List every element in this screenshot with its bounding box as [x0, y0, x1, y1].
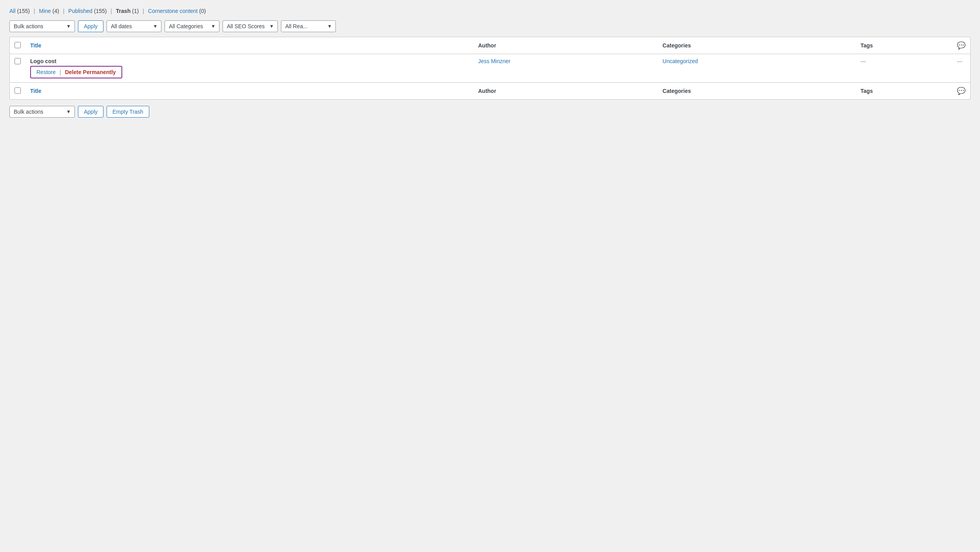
posts-table: Title Author Categories Tags 💬 Logo cost	[10, 37, 970, 99]
posts-table-wrapper: Title Author Categories Tags 💬 Logo cost	[9, 37, 971, 100]
all-categories-wrapper: All Categories ▼	[165, 20, 219, 32]
row-checkbox-cell	[10, 54, 25, 83]
all-readability-select[interactable]: All Rea...	[281, 20, 336, 32]
all-categories-select[interactable]: All Categories	[165, 20, 219, 32]
delete-permanently-action[interactable]: Delete Permanently	[65, 69, 116, 75]
empty-trash-button[interactable]: Empty Trash	[107, 106, 149, 118]
filter-links: All (155) | Mine (4) | Published (155) |…	[9, 8, 971, 14]
table-header-row: Title Author Categories Tags 💬	[10, 37, 970, 54]
footer-tags: Tags	[856, 83, 952, 100]
header-title[interactable]: Title	[25, 37, 473, 54]
select-all-checkbox[interactable]	[14, 42, 21, 48]
row-actions: Restore | Delete Permanently	[30, 66, 469, 78]
action-separator: |	[60, 69, 61, 75]
row-checkbox[interactable]	[14, 58, 21, 64]
restore-action[interactable]: Restore	[36, 69, 56, 75]
page-container: All (155) | Mine (4) | Published (155) |…	[0, 0, 980, 125]
filter-cornerstone[interactable]: Cornerstone content	[148, 8, 198, 14]
bulk-actions-bottom-wrapper: Bulk actions Restore Delete Permanently …	[9, 106, 75, 118]
all-dates-wrapper: All dates ▼	[107, 20, 161, 32]
top-toolbar: Bulk actions Restore Delete Permanently …	[9, 20, 971, 32]
apply-bottom-button[interactable]: Apply	[78, 106, 103, 118]
row-category-cell: Uncategorized	[658, 54, 856, 83]
filter-all[interactable]: All	[9, 8, 16, 14]
header-checkbox-cell	[10, 37, 25, 54]
row-author-cell: Jess Minzner	[473, 54, 658, 83]
row-comments-cell: —	[952, 54, 970, 83]
header-tags: Tags	[856, 37, 952, 54]
footer-select-all-checkbox[interactable]	[14, 87, 21, 94]
bulk-actions-top-wrapper: Bulk actions Restore Delete Permanently …	[9, 20, 75, 32]
all-readability-wrapper: All Rea... ▼	[281, 20, 336, 32]
comments-header-icon: 💬	[957, 41, 966, 50]
footer-title[interactable]: Title	[25, 83, 473, 100]
comments-footer-icon: 💬	[957, 87, 966, 95]
filter-published[interactable]: Published	[68, 8, 92, 14]
apply-top-button[interactable]: Apply	[78, 20, 103, 32]
filter-mine[interactable]: Mine	[39, 8, 51, 14]
header-comments: 💬	[952, 37, 970, 54]
row-actions-popup: Restore | Delete Permanently	[30, 66, 122, 78]
all-seo-select[interactable]: All SEO Scores	[223, 20, 278, 32]
row-tags-cell: —	[856, 54, 952, 83]
bottom-toolbar: Bulk actions Restore Delete Permanently …	[9, 106, 971, 118]
footer-comments: 💬	[952, 83, 970, 100]
author-link[interactable]: Jess Minzner	[478, 58, 510, 64]
table-row: Logo cost Restore | Delete Permanently J…	[10, 54, 970, 83]
bulk-actions-top-select[interactable]: Bulk actions Restore Delete Permanently	[9, 20, 75, 32]
table-footer-row: Title Author Categories Tags 💬	[10, 83, 970, 100]
filter-trash: Trash	[116, 8, 130, 14]
header-categories: Categories	[658, 37, 856, 54]
footer-checkbox-cell	[10, 83, 25, 100]
header-author: Author	[473, 37, 658, 54]
post-title: Logo cost	[30, 58, 56, 64]
bulk-actions-bottom-select[interactable]: Bulk actions Restore Delete Permanently	[9, 106, 75, 118]
all-seo-wrapper: All SEO Scores ▼	[223, 20, 278, 32]
category-link[interactable]: Uncategorized	[663, 58, 698, 64]
footer-categories: Categories	[658, 83, 856, 100]
row-title-cell: Logo cost Restore | Delete Permanently	[25, 54, 473, 83]
all-dates-select[interactable]: All dates	[107, 20, 161, 32]
footer-author: Author	[473, 83, 658, 100]
